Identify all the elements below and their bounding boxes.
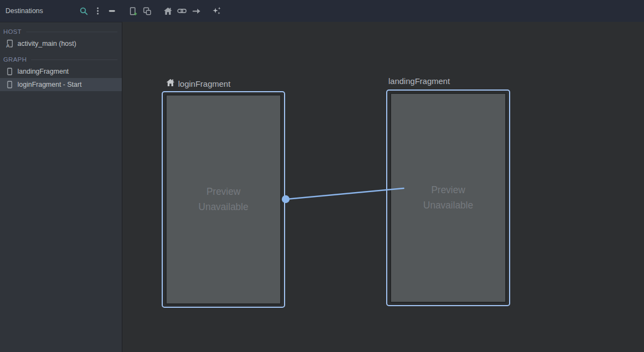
destination-selection-frame[interactable]: Preview Unavailable: [386, 90, 510, 306]
destination-selection-frame[interactable]: Preview Unavailable: [162, 91, 285, 308]
graph-section-label: GRAPH: [3, 56, 27, 63]
deep-link-icon[interactable]: [175, 4, 189, 18]
design-surface[interactable]: loginFragment Preview Unavailable landin…: [123, 22, 644, 352]
activity-icon: A: [5, 39, 14, 48]
graph-section-header: GRAPH: [0, 53, 122, 65]
toolbar: Destinations: [0, 0, 644, 22]
svg-text:A: A: [6, 43, 10, 48]
destination-label: loginFragment: [178, 79, 231, 88]
new-destination-icon[interactable]: [126, 4, 140, 18]
more-options-icon[interactable]: [91, 4, 105, 18]
ai-sparkle-icon[interactable]: [210, 4, 224, 18]
nav-editor: Destinations: [0, 0, 644, 352]
destination-title-row: landingFragment: [388, 76, 450, 86]
destination-title-row: loginFragment: [166, 78, 231, 89]
sidebar-item-login-fragment[interactable]: loginFragment - Start: [0, 78, 122, 91]
preview-unavailable-text: Preview Unavailable: [188, 184, 259, 214]
destinations-panel-title: Destinations: [0, 7, 76, 15]
host-section-label: HOST: [3, 28, 22, 35]
search-icon[interactable]: [76, 4, 91, 18]
preview-unavailable-text: Preview Unavailable: [413, 183, 484, 212]
destination-preview-card[interactable]: Preview Unavailable: [166, 94, 281, 305]
destination-preview-card[interactable]: Preview Unavailable: [390, 93, 506, 303]
collapse-icon[interactable]: [105, 4, 119, 18]
destinations-panel: HOST A activity_main (host) GRAPH: [0, 22, 122, 352]
assign-start-icon[interactable]: [161, 4, 175, 18]
fragment-icon: [5, 67, 14, 76]
host-section-header: HOST: [0, 25, 122, 37]
section-rule: [26, 32, 117, 32]
sidebar-item-label: landingFragment: [17, 68, 69, 75]
sidebar-item-activity-main[interactable]: A activity_main (host): [0, 37, 122, 50]
action-arrow-icon[interactable]: [189, 4, 203, 18]
sidebar-item-label: loginFragment - Start: [17, 81, 81, 88]
fragment-icon: [5, 80, 14, 89]
toolbar-icons: [76, 4, 224, 18]
sidebar-item-landing-fragment[interactable]: landingFragment: [0, 65, 122, 78]
section-rule: [31, 59, 117, 60]
destination-label: landingFragment: [388, 76, 450, 86]
sidebar-item-label: activity_main (host): [17, 40, 76, 47]
start-destination-home-icon: [166, 78, 175, 89]
nested-graph-icon[interactable]: [140, 4, 154, 18]
